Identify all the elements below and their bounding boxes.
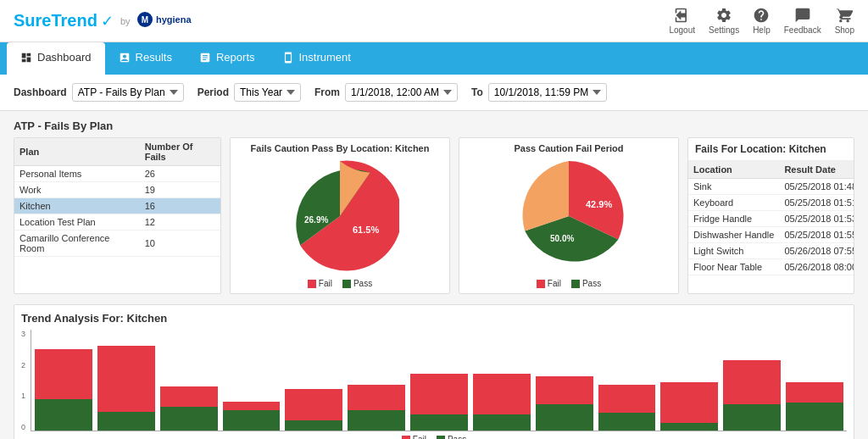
bar-group (35, 330, 92, 431)
trend-title: Trend Analysis For: Kitchen (21, 312, 847, 325)
pie1-chart: 61.5% 26.9% (281, 157, 399, 275)
bar-pass (660, 423, 718, 431)
pie1-pass-legend: Pass (342, 279, 372, 288)
settings-button[interactable]: Settings (709, 7, 739, 35)
trend-pass-swatch (437, 436, 445, 440)
section-title: ATP - Fails By Plan (14, 119, 854, 132)
svg-text:42.9%: 42.9% (586, 199, 612, 209)
bar-group (97, 330, 155, 431)
period-select[interactable]: This Year (234, 83, 301, 102)
pie1-legend: Fail Pass (308, 279, 372, 288)
col-plan: Plan (14, 138, 140, 166)
y-axis: 3210 (21, 330, 27, 431)
bar-pass (285, 420, 342, 431)
bar-fail (410, 374, 468, 414)
pie1-fail-legend: Fail (308, 279, 332, 288)
fails-table-row[interactable]: Light Switch05/26/2018 07:55:50 PM76 (688, 243, 854, 259)
trend-fail-legend: Fail (402, 435, 426, 439)
bar-group (598, 330, 656, 431)
pie2-widget: Pass Caution Fail Period 42.9% 50.0% (459, 137, 679, 294)
fails-table-row[interactable]: Floor Near Table05/26/2018 08:00:02 PM56 (688, 259, 854, 275)
to-control: To 10/1/2018, 11:59 PM (471, 83, 607, 102)
plan-table-row[interactable]: Personal Items26 (14, 166, 220, 182)
bar-fail (35, 349, 92, 399)
dashboard-label: Dashboard (14, 86, 67, 98)
feedback-button[interactable]: Feedback (784, 7, 821, 35)
dashboard-control: Dashboard ATP - Fails By Plan (14, 83, 184, 102)
bar-group (723, 330, 781, 431)
bar-fail (536, 376, 593, 404)
fails-title: Fails For Location: Kitchen (688, 138, 854, 161)
checkmark-icon: ✓ (101, 12, 114, 31)
bar-group (786, 330, 843, 431)
bar-pass (536, 404, 593, 431)
dashboard-select[interactable]: ATP - Fails By Plan (72, 83, 184, 102)
trend-chart (31, 330, 847, 431)
trend-fail-swatch (402, 436, 410, 440)
fails-table: Location Result Date Sink05/25/2018 01:4… (688, 161, 854, 275)
plan-table-scroll[interactable]: Plan Number Of Fails Personal Items26Wor… (14, 138, 220, 257)
bar-fail (348, 385, 405, 410)
pie2-pass-legend: Pass (571, 279, 601, 288)
bar-pass (223, 410, 281, 431)
logout-button[interactable]: Logout (669, 7, 695, 35)
bar-fail (223, 402, 281, 410)
trend-legend: Fail Pass (21, 435, 847, 439)
pie2-legend: Fail Pass (537, 279, 601, 288)
svg-text:hygiena: hygiena (156, 14, 192, 25)
hygiena-logo: M hygiena (137, 10, 205, 31)
pie2-title: Pass Caution Fail Period (465, 143, 673, 153)
bar-pass (723, 404, 781, 431)
svg-text:26.9%: 26.9% (304, 215, 328, 225)
bar-group (223, 330, 281, 431)
shop-button[interactable]: Shop (835, 7, 854, 35)
from-select[interactable]: 1/1/2018, 12:00 AM (345, 83, 458, 102)
plan-table: Plan Number Of Fails Personal Items26Wor… (14, 138, 220, 257)
bar-fail (473, 374, 531, 414)
bar-group (660, 330, 718, 431)
svg-text:M: M (141, 15, 147, 25)
fail-color-swatch2 (537, 280, 545, 288)
fails-table-row[interactable]: Dishwasher Handle05/25/2018 01:55:02 A..… (688, 227, 854, 243)
nav-dashboard[interactable]: Dashboard (7, 42, 105, 75)
bar-fail (598, 385, 656, 413)
fails-table-row[interactable]: Fridge Handle05/25/2018 01:53:11 A...16 (688, 211, 854, 227)
bar-group (410, 330, 468, 431)
help-button[interactable]: Help (753, 7, 771, 35)
from-control: From 1/1/2018, 12:00 AM (314, 83, 458, 102)
trend-section: Trend Analysis For: Kitchen 3210 Fail Pa… (14, 304, 854, 439)
fail-color-swatch (308, 280, 316, 288)
svg-text:50.0%: 50.0% (550, 234, 574, 243)
bar-pass (348, 410, 405, 431)
header: SureTrend ✓ by M hygiena Logout Settings… (0, 0, 868, 42)
to-select[interactable]: 10/1/2018, 11:59 PM (488, 83, 607, 102)
bar-fail (97, 346, 155, 412)
fails-col-location: Location (688, 161, 779, 179)
nav-results[interactable]: Results (105, 42, 186, 75)
bar-pass (160, 407, 218, 431)
bar-fail (285, 389, 342, 420)
fails-scroll[interactable]: Location Result Date Sink05/25/2018 01:4… (688, 161, 854, 275)
pie1-title: Fails Caution Pass By Location: Kitchen (236, 143, 444, 153)
bar-fail (660, 382, 718, 423)
plan-table-row[interactable]: Work19 (14, 182, 220, 198)
to-label: To (471, 86, 483, 98)
nav-reports[interactable]: Reports (186, 42, 269, 75)
fails-table-row[interactable]: Sink05/25/2018 01:48:37 A...26 (688, 179, 854, 195)
header-icons: Logout Settings Help Feedback Shop (669, 7, 854, 35)
logo-by: by (120, 16, 131, 26)
bar-pass (598, 413, 656, 431)
fails-table-row[interactable]: Keyboard05/25/2018 01:51:39 A...76 (688, 195, 854, 211)
plan-table-row[interactable]: Camarillo Conference Room10 (14, 231, 220, 257)
nav-instrument[interactable]: Instrument (269, 42, 364, 75)
plan-table-row[interactable]: Kitchen16 (14, 198, 220, 214)
col-fails: Number Of Fails (140, 138, 220, 166)
plan-table-row[interactable]: Location Test Plan12 (14, 214, 220, 231)
controls-bar: Dashboard ATP - Fails By Plan Period Thi… (0, 75, 868, 111)
logo-suretrend: SureTrend (14, 11, 97, 31)
pie1-widget: Fails Caution Pass By Location: Kitchen … (230, 137, 450, 294)
bar-group (473, 330, 531, 431)
pie2-fail-legend: Fail (537, 279, 561, 288)
bar-group (536, 330, 593, 431)
period-control: Period This Year (198, 83, 301, 102)
